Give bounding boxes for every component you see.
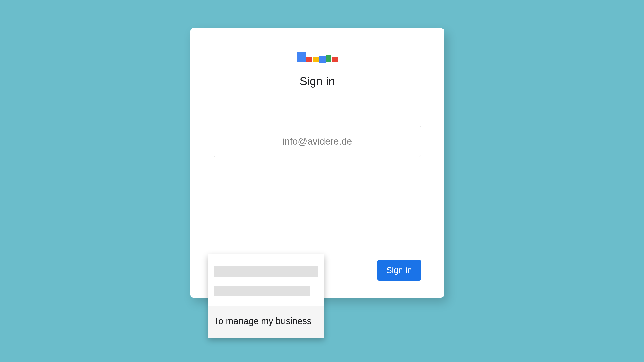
dropdown-option-business[interactable]: To manage my business xyxy=(208,306,324,338)
page-title: Sign in xyxy=(300,74,335,88)
placeholder-bar xyxy=(214,266,318,277)
create-account-dropdown: To manage my business xyxy=(208,254,324,338)
logo-block xyxy=(319,56,326,63)
dropdown-option-placeholder[interactable] xyxy=(208,286,324,306)
logo-block xyxy=(326,55,331,62)
signin-button[interactable]: Sign in xyxy=(377,260,421,281)
logo-block xyxy=(306,57,312,62)
logo-block xyxy=(313,57,319,62)
google-logo xyxy=(297,52,338,63)
logo-block xyxy=(332,57,338,62)
placeholder-bar xyxy=(214,286,310,296)
dropdown-option-placeholder[interactable] xyxy=(208,266,324,286)
logo-block xyxy=(297,52,306,62)
email-input[interactable] xyxy=(214,126,421,157)
